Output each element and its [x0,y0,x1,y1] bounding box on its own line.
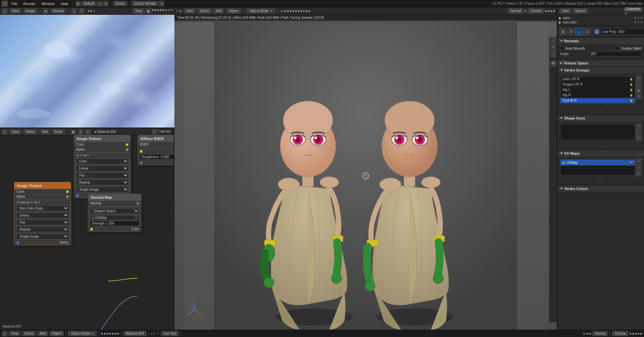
renderer-arrow[interactable]: ▾ [159,1,164,6]
uvm-arrow-btn[interactable]: ▼ [636,171,641,176]
node-it-source[interactable]: Single Image [76,187,128,192]
scene-add[interactable]: + [97,1,103,6]
vg-header[interactable]: Vertex Groups [557,67,644,74]
ne-node-btn[interactable]: Node [52,129,65,134]
node-it-interp[interactable]: Linear [76,165,128,171]
bb-material-btn[interactable]: Material.004 [123,331,147,336]
vg-content: Index UP R 🔒 Fingers UP R 🔒 Hip L 🔒 [557,74,644,114]
ne-view-btn[interactable]: View [9,129,21,134]
node-it-ext[interactable]: Repeat [76,180,128,185]
mesh-name-input[interactable] [600,29,644,35]
ie-view-btn[interactable]: View [9,8,21,13]
node-itb-divider [14,200,71,200]
ne-select-btn[interactable]: Select [23,129,38,134]
ne-material-name[interactable]: Material.004 [97,130,116,134]
sk-add-btn[interactable]: + [636,124,641,129]
tool-rotate[interactable]: ↻ [550,44,556,50]
auto-smooth-checkbox[interactable] [560,46,564,50]
ie-mode[interactable]: Normal [50,8,66,13]
texture-space-header[interactable]: Texture Space [557,60,644,66]
node-normal-map[interactable]: Normal Map Normal Tangent Space ⊞ UVMap … [88,194,142,232]
vg-remove-btn[interactable]: − [636,82,641,87]
vp-object-btn[interactable]: Object [226,8,241,13]
node-itb-color-mode[interactable]: Non-Color Data [16,205,69,211]
node-it-color-mode[interactable]: Color [76,158,128,164]
node-diffuse-bsdf[interactable]: Diffuse BSDF BSDF Color Roughness: 0.000 [138,135,174,165]
rp-search-btn[interactable]: Search [573,8,588,13]
node-nm-space[interactable]: Tangent Space [90,208,139,214]
tool-camera[interactable]: 📷 [550,60,556,66]
ie-image-btn[interactable]: Image [23,8,38,13]
uvmap-item-0[interactable]: ⊞ UVMap 📷 [560,160,635,165]
menu-file[interactable]: File [9,1,20,6]
node-nm-strength[interactable]: Strength 1.000 [90,221,139,226]
menu-window[interactable]: Window [39,1,57,6]
bb-object-btn[interactable]: Object [49,331,64,336]
angle-value[interactable]: 180° [588,51,641,56]
node-nm-uvmap-label[interactable]: UVMap [95,216,106,220]
bb-mode-dropdown[interactable]: Object Mode [68,331,97,336]
tool-translate[interactable]: ↔ [550,38,556,44]
workspace-name[interactable]: Default [82,1,97,6]
bb-use-nodes-btn[interactable]: Use Nod [161,331,179,336]
node-itb-proj[interactable]: Flat [16,220,69,225]
vc-header[interactable]: Vertex Colors [557,185,644,192]
node-itb-interp[interactable]: Linear [16,212,69,218]
vp-normal-btn[interactable]: Normal [508,8,523,13]
bb-viewport-icons: ■ ■ ■ ■ ■ ■ ■ [101,332,119,335]
vp-select-btn[interactable]: Select [198,8,212,13]
vgroup-item-2[interactable]: Hip L 🔒 [560,87,635,93]
tool-scale[interactable]: ⤢ [550,51,556,57]
props-icon-1[interactable]: ⊡ [559,28,567,35]
vp-closest-btn[interactable]: Closest [528,8,544,13]
texture-slot-noncolor[interactable]: ▶ non-color 👁 ✎ ⚙ [559,20,643,24]
node-itb-source[interactable]: Single Image [16,234,69,239]
texture-slot-color[interactable]: ▶ color 👁 ✎ ⚙ [559,16,643,20]
normals-header[interactable]: Normals [557,38,644,44]
node-image-texture-top[interactable]: Image Texture Color Alpha ⊞ 2 F ■ ✕ [74,135,131,198]
menu-help[interactable]: Help [58,1,71,6]
vgroup-item-0[interactable]: Index UP R 🔒 [560,77,635,82]
double-sided-checkbox[interactable] [616,46,620,50]
node-itb-ext[interactable]: Repeat [16,227,69,232]
vg-add-btn[interactable]: + [636,76,641,81]
scene-name[interactable]: Scene [113,1,127,6]
ie-scope[interactable]: ◉ [146,8,151,14]
vg-down-btn[interactable]: ▼ [636,94,641,99]
menu-render[interactable]: Render [21,1,38,6]
scene-cross[interactable]: ✕ [103,1,109,6]
node-nm-normal-label: Normal [90,201,101,205]
node-it-proj[interactable]: Flat [76,173,128,178]
rp-view-btn[interactable]: View [559,8,572,13]
renderer-name[interactable]: Cycles Render [132,1,159,6]
ne-add-btn[interactable]: Add [39,129,50,134]
vp-add-btn[interactable]: Add [214,8,224,13]
rp-selected-btn[interactable]: Selected [624,7,642,11]
bb-normal-btn[interactable]: Normal [592,331,608,336]
sk-remove-btn[interactable]: − [636,130,641,135]
uvm-header[interactable]: UV Maps [557,150,644,157]
uvm-add-btn[interactable]: + [636,159,641,164]
vg-up-btn[interactable]: ▲ [636,88,641,93]
ne-use-nodes[interactable]: ✓ [152,129,157,135]
vgroup-item-1[interactable]: Fingers UP R 🔒 [560,82,635,87]
node-diff-roughness[interactable]: Roughness: 0.000 [140,154,174,159]
sk-arrow-btn[interactable]: ▼ [636,136,641,141]
bb-shading-btn[interactable]: Closest [612,331,628,336]
vgroup-item-4[interactable]: Foot IK R 🔒 [560,98,635,103]
bb-select-btn[interactable]: Select [22,331,36,336]
bb-add-btn[interactable]: Add [37,331,48,336]
scene-canvas: X Y Z ↔ ↻ ⤢ 📷 [174,22,557,330]
props-icon-4[interactable]: ◇ [584,28,591,35]
node-image-texture-bottom[interactable]: Image Texture Color Alpha ⊞ Normal 2 F ■ [14,182,71,245]
uvm-remove-btn[interactable]: − [636,165,641,170]
vp-view-btn[interactable]: View [184,8,196,13]
props-icon-mesh[interactable]: △ [576,28,583,35]
sk-header[interactable]: Shape Keys [557,115,644,122]
ie-view-right[interactable]: View [133,8,145,14]
vp-mode-dropdown[interactable]: Object Mode [247,8,275,13]
sk-content: + − ▼ — [557,122,644,150]
props-icon-2[interactable]: ▽ [568,28,575,35]
bb-view-btn[interactable]: View [9,331,21,336]
vgroup-item-3[interactable]: Hip R 🔒 [560,93,635,98]
